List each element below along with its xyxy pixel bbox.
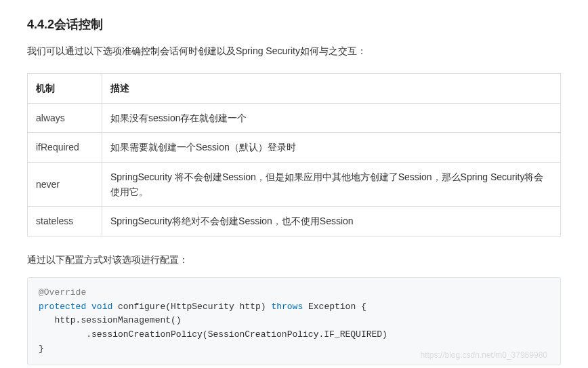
code-brace-open: { (356, 302, 366, 312)
table-row: ifRequired 如果需要就创建一个Session（默认）登录时 (28, 133, 561, 162)
table-header-row: 机制 描述 (28, 74, 561, 103)
cell-mechanism: never (28, 162, 102, 207)
code-kw-void: void (91, 302, 112, 312)
th-description: 描述 (102, 74, 561, 103)
table-row: never SpringSecurity 将不会创建Session，但是如果应用… (28, 162, 561, 207)
th-mechanism: 机制 (28, 74, 102, 103)
cell-mechanism: stateless (28, 207, 102, 236)
code-param-type: HttpSecurity (171, 302, 234, 312)
code-line3: .sessionCreationPolicy(SessionCreationPo… (39, 329, 387, 340)
code-kw-throws: throws (271, 302, 303, 312)
code-block: @Override protected void configure(HttpS… (27, 277, 561, 365)
intro-text: 我们可以通过以下选项准确控制会话何时创建以及Spring Security如何与… (27, 43, 561, 58)
cell-description: SpringSecurity 将不会创建Session，但是如果应用中其他地方创… (102, 162, 561, 207)
code-annotation: @Override (39, 287, 86, 298)
cell-mechanism: always (28, 103, 102, 132)
config-note: 通过以下配置方式对该选项进行配置： (27, 254, 561, 266)
code-brace-close: } (39, 344, 44, 354)
code-line2: http.sessionManagement() (39, 315, 182, 325)
session-table: 机制 描述 always 如果没有session存在就创建一个 ifRequir… (27, 73, 561, 236)
table-row: stateless SpringSecurity将绝对不会创建Session，也… (28, 207, 561, 236)
code-kw-protected: protected (39, 302, 86, 312)
cell-description: 如果没有session存在就创建一个 (102, 103, 561, 132)
cell-mechanism: ifRequired (28, 133, 102, 162)
code-param-name: http (240, 302, 261, 312)
section-heading: 4.4.2会话控制 (27, 16, 561, 33)
cell-description: SpringSecurity将绝对不会创建Session，也不使用Session (102, 207, 561, 236)
cell-description: 如果需要就创建一个Session（默认）登录时 (102, 133, 561, 162)
table-row: always 如果没有session存在就创建一个 (28, 103, 561, 132)
code-exc-type: Exception (308, 302, 356, 312)
code-fn-name: configure (118, 302, 165, 312)
